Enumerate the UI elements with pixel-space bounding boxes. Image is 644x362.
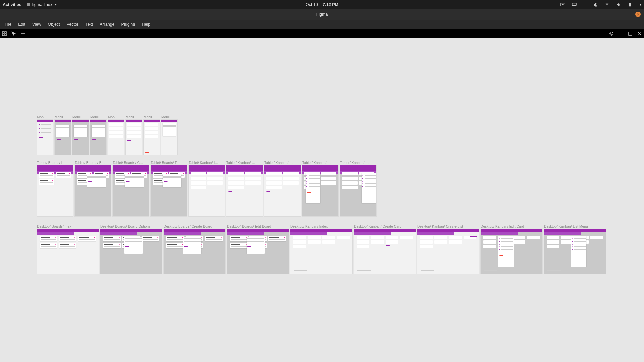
menu-object[interactable]: Object: [45, 21, 63, 27]
app-menu[interactable]: figma-linux ▾: [27, 2, 57, 7]
frame[interactable]: Desktop/ Kanban/ Create List: [417, 225, 479, 274]
frame-thumbnail[interactable]: [290, 229, 352, 274]
frame-thumbnail[interactable]: [75, 165, 111, 216]
window-close-button[interactable]: ✕: [635, 12, 641, 17]
frame-thumbnail[interactable]: [164, 229, 225, 274]
frame-label[interactable]: Tablet/ Boards/ B…: [75, 161, 111, 165]
menu-help[interactable]: Help: [139, 21, 153, 27]
night-light-icon[interactable]: [593, 3, 598, 7]
menu-view[interactable]: View: [30, 21, 44, 27]
frame[interactable]: Desktop/ Kanban/ List Menu: [544, 225, 606, 274]
frame-thumbnail[interactable]: [37, 165, 73, 216]
frame-thumbnail[interactable]: [90, 120, 106, 155]
frame[interactable]: Desktop/ Boards/ Create Board: [164, 225, 225, 274]
frame-label[interactable]: Mobil…: [55, 115, 71, 119]
battery-icon[interactable]: [628, 3, 632, 7]
display-icon[interactable]: [572, 3, 577, 7]
frame-thumbnail[interactable]: [100, 229, 162, 274]
frame-label[interactable]: Tablet/ Boards/ C…: [113, 161, 149, 165]
frame[interactable]: Mobil…: [72, 115, 89, 155]
frame-label[interactable]: Tablet/ Boards/ E…: [151, 161, 187, 165]
frame-label[interactable]: Desktop/ Boards/ Edit Board: [227, 225, 289, 228]
move-tool-icon[interactable]: [11, 31, 16, 36]
frame-thumbnail[interactable]: [72, 120, 89, 155]
frame-label[interactable]: Desktop/ Kanban/ Create List: [417, 225, 479, 228]
frame[interactable]: Tablet/ Boards/ I…: [37, 161, 73, 216]
frame-label[interactable]: Desktop/ Boards/ Board Options: [100, 225, 162, 228]
frame-thumbnail[interactable]: [151, 165, 187, 216]
frame[interactable]: Tablet/ Kanban/ …: [226, 161, 263, 216]
frame[interactable]: Tablet/ Kanban/ …: [264, 161, 301, 216]
frame[interactable]: Tablet/ Kanban/ …: [340, 161, 376, 216]
frame[interactable]: Desktop/ Boards/ Edit Board: [227, 225, 289, 274]
frame[interactable]: Mobil…: [144, 115, 160, 155]
activities-button[interactable]: Activities: [3, 2, 21, 7]
frame-label[interactable]: Desktop/ Boards/ Inex: [37, 225, 99, 228]
frame-thumbnail[interactable]: [55, 120, 71, 155]
frame-label[interactable]: Mobil…: [90, 115, 106, 119]
frame-thumbnail[interactable]: [481, 229, 542, 274]
frame-thumbnail[interactable]: [113, 165, 149, 216]
home-grid-icon[interactable]: [2, 31, 7, 36]
frame-thumbnail[interactable]: [144, 120, 160, 155]
frame-label[interactable]: Mobil…: [126, 115, 142, 119]
frame-label[interactable]: Mobil…: [161, 115, 177, 119]
frame-thumbnail[interactable]: [302, 165, 338, 216]
minimize-icon[interactable]: [619, 31, 623, 36]
frame-thumbnail[interactable]: [227, 229, 289, 274]
menu-edit[interactable]: Edit: [15, 21, 28, 27]
frame-thumbnail[interactable]: [37, 120, 53, 155]
frame-label[interactable]: Mobil…: [144, 115, 160, 119]
frame[interactable]: Mobil…: [55, 115, 71, 155]
settings-gear-icon[interactable]: [609, 31, 614, 36]
frame[interactable]: Desktop/ Kanban/ Create Card: [354, 225, 416, 274]
frame-label[interactable]: Tablet/ Kanban/ I…: [189, 161, 225, 165]
menu-plugins[interactable]: Plugins: [119, 21, 138, 27]
frame-label[interactable]: Mobil…: [108, 115, 124, 119]
frame-label[interactable]: Mobil…: [37, 115, 53, 119]
frame-thumbnail[interactable]: [161, 120, 177, 155]
frame-thumbnail[interactable]: [226, 165, 263, 216]
figma-canvas[interactable]: Mobil…Mobil…Mobil…Mobil…Mobil…Mobil…Mobi…: [0, 38, 644, 362]
frame[interactable]: Tablet/ Boards/ C…: [113, 161, 149, 216]
frame-thumbnail[interactable]: [37, 229, 99, 274]
frame[interactable]: Mobil…: [90, 115, 106, 155]
frame-thumbnail[interactable]: [126, 120, 142, 155]
frame-label[interactable]: Desktop/ Kanban/ Edit Card: [481, 225, 542, 228]
frame-label[interactable]: Mobil…: [72, 115, 89, 119]
network-icon[interactable]: [605, 3, 609, 7]
frame[interactable]: Desktop/ Kanban/ Edit Card: [481, 225, 542, 274]
frame-thumbnail[interactable]: [264, 165, 301, 216]
frame[interactable]: Mobil…: [108, 115, 124, 155]
screencast-icon[interactable]: [560, 3, 565, 7]
frame-label[interactable]: Tablet/ Kanban/ …: [302, 161, 338, 165]
frame[interactable]: Mobil…: [161, 115, 177, 155]
frame-label[interactable]: Desktop/ Boards/ Create Board: [164, 225, 225, 228]
menu-arrange[interactable]: Arrange: [97, 21, 117, 27]
close-icon[interactable]: [637, 31, 642, 36]
clock[interactable]: Oct 10 7:12 PM: [306, 2, 338, 7]
frame-thumbnail[interactable]: [544, 229, 606, 274]
frame-thumbnail[interactable]: [354, 229, 416, 274]
menu-file[interactable]: File: [2, 21, 14, 27]
volume-icon[interactable]: [616, 3, 621, 7]
menu-text[interactable]: Text: [83, 21, 96, 27]
frame-thumbnail[interactable]: [189, 165, 225, 216]
frame-label[interactable]: Tablet/ Kanban/ …: [340, 161, 376, 165]
frame-label[interactable]: Desktop/ Kanban/ Create Card: [354, 225, 416, 228]
frame[interactable]: Tablet/ Boards/ E…: [151, 161, 187, 216]
system-menu-chevron-icon[interactable]: ▾: [640, 3, 641, 6]
frame[interactable]: Desktop/ Boards/ Inex: [37, 225, 99, 274]
maximize-icon[interactable]: [628, 31, 633, 36]
frame-label[interactable]: Desktop/ Kanban/ List Menu: [544, 225, 606, 228]
frame-thumbnail[interactable]: [417, 229, 479, 274]
frame[interactable]: Tablet/ Kanban/ …: [302, 161, 338, 216]
menu-vector[interactable]: Vector: [64, 21, 81, 27]
add-tab-icon[interactable]: [21, 31, 25, 36]
frame-thumbnail[interactable]: [108, 120, 124, 155]
frame[interactable]: Desktop/ Kanban/ Index: [290, 225, 352, 274]
frame[interactable]: Mobil…: [126, 115, 142, 155]
frame[interactable]: Tablet/ Kanban/ I…: [189, 161, 225, 216]
frame-thumbnail[interactable]: [340, 165, 376, 216]
frame-label[interactable]: Tablet/ Kanban/ …: [264, 161, 301, 165]
